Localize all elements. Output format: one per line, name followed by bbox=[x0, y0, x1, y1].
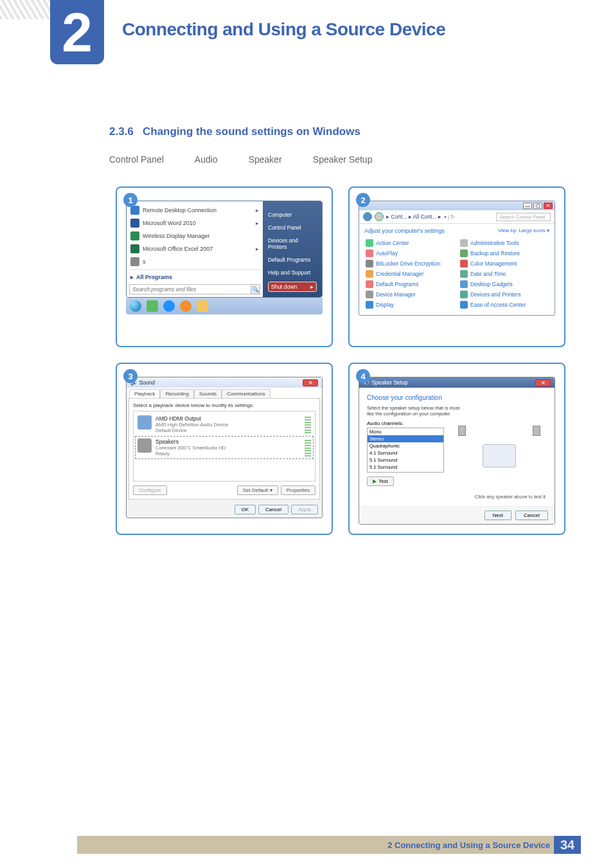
cp-item-label: Desktop Gadgets bbox=[470, 281, 513, 287]
start-menu: Remote Desktop Connection▸ Microsoft Wor… bbox=[126, 201, 323, 298]
media-player-icon[interactable] bbox=[180, 300, 191, 312]
test-button[interactable]: ▶Test bbox=[367, 476, 394, 486]
address-bar: ▸ Cont... ▸ All Cont... ▸ ▾ | ↻ Search C… bbox=[359, 210, 555, 224]
device-manager-icon bbox=[366, 291, 373, 298]
cp-item-label: AutoPlay bbox=[376, 250, 398, 257]
start-right-item[interactable]: Default Programs bbox=[268, 255, 317, 264]
tab-sounds[interactable]: Sounds bbox=[194, 389, 222, 398]
cp-header: Adjust your computer's settings View by:… bbox=[359, 224, 555, 238]
start-right-item[interactable]: Devices and Printers bbox=[268, 236, 317, 251]
cp-item[interactable]: Desktop Gadgets bbox=[460, 280, 548, 288]
audio-channels-list[interactable]: Mono Stereo Quadraphonic 4.1 Surround 5.… bbox=[367, 428, 444, 473]
cp-heading: Adjust your computer's settings bbox=[364, 228, 445, 234]
explorer-icon[interactable] bbox=[197, 300, 208, 312]
set-default-button[interactable]: Set Default ▾ bbox=[237, 485, 278, 495]
speaker-setup-heading: Choose your configuration bbox=[367, 394, 547, 401]
channel-option[interactable]: 5.1 Surround bbox=[368, 471, 443, 473]
search-input[interactable] bbox=[129, 284, 251, 294]
cp-item[interactable]: Devices and Printers bbox=[460, 291, 548, 298]
breadcrumb[interactable]: ▸ Cont... ▸ All Cont... ▸ bbox=[386, 213, 441, 220]
menu-item[interactable]: Microsoft Word 2010▸ bbox=[129, 217, 260, 230]
properties-button[interactable]: Properties bbox=[281, 485, 315, 495]
device-sub: Conexant 20671 SmartAudio HD bbox=[155, 445, 226, 451]
configure-button[interactable]: Configure bbox=[133, 485, 167, 495]
tab-recording[interactable]: Recording bbox=[160, 389, 193, 398]
cp-item[interactable]: Backup and Restore bbox=[460, 249, 548, 257]
minimize-button[interactable]: — bbox=[523, 203, 532, 209]
cp-item[interactable]: Date and Time bbox=[460, 270, 548, 278]
cp-item[interactable]: AutoPlay bbox=[366, 249, 454, 257]
start-orb-icon[interactable] bbox=[130, 300, 141, 312]
speaker-diagram bbox=[452, 420, 547, 491]
cp-item[interactable]: Device Manager bbox=[366, 291, 454, 298]
close-button[interactable]: ✕ bbox=[535, 379, 551, 386]
search-input[interactable]: Search Control Panel bbox=[496, 213, 551, 221]
section-number: 2.3.6 bbox=[109, 125, 134, 138]
cp-item[interactable]: Ease of Access Center bbox=[460, 301, 548, 309]
menu-item-label: Remote Desktop Connection bbox=[143, 207, 217, 213]
screenshot-panel-2: 2 — ▢ ✕ ▸ Cont... ▸ All Cont... ▸ ▾ | ↻ … bbox=[348, 186, 565, 347]
caret-right-icon: ▸ bbox=[130, 274, 134, 280]
submenu-arrow-icon: ▸ bbox=[256, 246, 259, 252]
test-label: Test bbox=[378, 478, 388, 484]
start-right-item[interactable]: Help and Support bbox=[268, 268, 317, 277]
tools-icon bbox=[460, 239, 468, 247]
tab-communications[interactable]: Communications bbox=[222, 389, 271, 398]
close-button[interactable]: ✕ bbox=[544, 203, 553, 209]
ie-icon[interactable] bbox=[163, 300, 175, 312]
maximize-button[interactable]: ▢ bbox=[533, 203, 542, 209]
view-by-dropdown[interactable]: View by: Large icons ▾ bbox=[498, 228, 549, 234]
start-right-item[interactable]: Computer bbox=[268, 210, 317, 219]
play-icon: ▶ bbox=[373, 478, 377, 484]
cancel-button[interactable]: Cancel bbox=[515, 511, 548, 520]
forward-button[interactable] bbox=[375, 212, 384, 221]
cp-item-label: Backup and Restore bbox=[470, 250, 520, 257]
start-search: 🔍 bbox=[129, 284, 260, 294]
cp-item[interactable]: Credential Manager bbox=[366, 270, 454, 278]
cancel-button[interactable]: Cancel bbox=[258, 505, 289, 514]
cp-item-label: Ease of Access Center bbox=[470, 302, 526, 308]
page-number: 34 bbox=[554, 836, 581, 854]
menu-item[interactable]: s bbox=[129, 255, 260, 268]
tab-playback[interactable]: Playback bbox=[129, 389, 160, 398]
cp-item[interactable]: Color Management bbox=[460, 260, 548, 267]
channel-option[interactable]: Stereo bbox=[368, 435, 443, 442]
channel-option[interactable]: 4.1 Surround bbox=[368, 449, 443, 457]
menu-item[interactable]: Microsoft Office Excel 2007▸ bbox=[129, 242, 260, 255]
search-icon[interactable]: 🔍 bbox=[251, 284, 260, 294]
channel-option[interactable]: 5.1 Surround bbox=[368, 457, 443, 464]
playback-device[interactable]: AMD HDMI Output AMD High Definition Audi… bbox=[135, 413, 314, 436]
shutdown-button[interactable]: Shut down▸ bbox=[268, 282, 317, 292]
cp-item[interactable]: Administrative Tools bbox=[460, 239, 548, 247]
close-button[interactable]: ✕ bbox=[303, 379, 318, 386]
channel-option[interactable]: 5.1 Surround bbox=[368, 464, 443, 471]
speaker-icon[interactable] bbox=[458, 426, 466, 436]
channel-option[interactable]: Quadraphonic bbox=[368, 442, 443, 449]
apply-button[interactable]: Apply bbox=[291, 505, 318, 514]
cp-item[interactable]: Display bbox=[366, 301, 454, 309]
taskbar-icon[interactable] bbox=[147, 300, 158, 312]
page-hatch-decoration bbox=[0, 0, 51, 19]
channel-option[interactable]: Mono bbox=[368, 428, 443, 435]
submenu-arrow-icon: ▸ bbox=[256, 220, 259, 226]
playback-device[interactable]: Speakers Conexant 20671 SmartAudio HD Re… bbox=[135, 436, 314, 459]
programs-icon bbox=[366, 280, 373, 288]
screenshot-panel-4: 4 🔊 Speaker Setup ✕ Choose your configur… bbox=[348, 363, 565, 535]
menu-item[interactable]: Wireless Display Manager bbox=[129, 230, 260, 242]
cp-item[interactable]: Default Programs bbox=[366, 280, 454, 288]
speaker-icon[interactable] bbox=[533, 426, 540, 436]
start-right-item[interactable]: Control Panel bbox=[268, 223, 317, 232]
device-name: Speakers bbox=[155, 439, 226, 445]
ok-button[interactable]: OK bbox=[235, 505, 256, 514]
all-programs[interactable]: ▸All Programs bbox=[129, 271, 260, 283]
next-button[interactable]: Next bbox=[484, 511, 511, 520]
menu-item[interactable]: Remote Desktop Connection▸ bbox=[129, 204, 260, 217]
cp-item-label: Date and Time bbox=[470, 271, 506, 277]
cp-items-grid: Action Center Administrative Tools AutoP… bbox=[359, 238, 555, 315]
back-button[interactable] bbox=[363, 212, 372, 221]
sound-action-row: Configure Set Default ▾ Properties bbox=[133, 485, 315, 495]
step-badge: 3 bbox=[123, 369, 138, 383]
bitlocker-icon bbox=[366, 260, 373, 267]
cp-item[interactable]: Action Center bbox=[366, 239, 454, 247]
cp-item[interactable]: BitLocker Drive Encryption bbox=[366, 260, 454, 267]
